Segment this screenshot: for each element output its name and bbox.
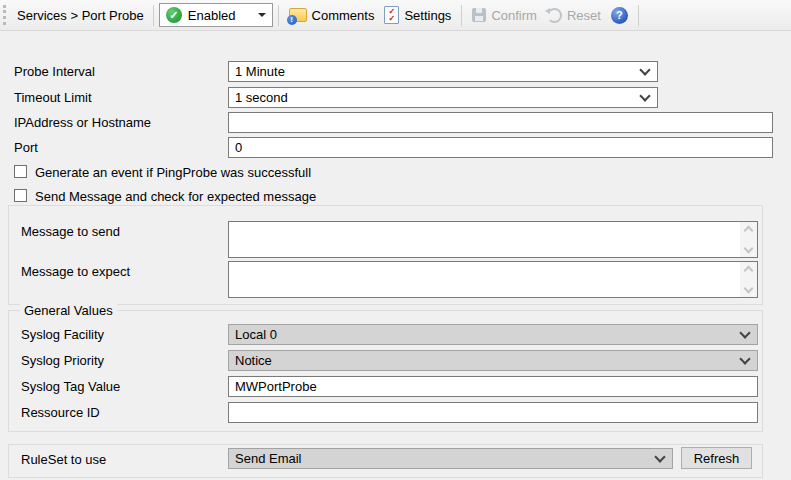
syslog-facility-label: Syslog Facility [21,327,104,342]
chevron-down-icon [639,90,650,101]
comments-button-label: Comments [312,8,375,23]
ruleset-value: Send Email [235,451,301,466]
general-values-title: General Values [20,303,117,318]
chevron-down-icon [739,327,750,338]
toolbar-separator [461,5,462,26]
confirm-button-label: Confirm [491,8,537,23]
chevron-down-icon [654,451,665,462]
toolbar-separator [278,5,279,26]
enabled-status-value: Enabled [188,8,236,23]
scroll-down-icon[interactable] [744,244,754,254]
message-to-expect-textarea[interactable] [228,261,758,298]
toolbar-grip[interactable] [3,5,9,25]
timeout-limit-dropdown[interactable]: 1 second [228,87,658,108]
message-to-send-textarea[interactable] [228,221,758,258]
settings-button-label: Settings [404,8,451,23]
save-icon [472,8,486,22]
chevron-down-icon [739,353,750,364]
toolbar-separator [638,5,639,26]
reset-button-label: Reset [567,8,601,23]
scroll-up-icon[interactable] [744,226,754,236]
breadcrumb: Services > Port Probe [17,8,144,23]
toolbar-separator [153,5,154,26]
syslog-tag-label: Syslog Tag Value [21,379,120,394]
comments-icon: ! [289,8,307,22]
timeout-limit-value: 1 second [235,90,288,105]
port-label: Port [14,140,38,155]
probe-interval-dropdown[interactable]: 1 Minute [228,61,658,82]
help-button[interactable]: ? [606,3,633,28]
ip-hostname-input[interactable] [228,112,773,133]
ruleset-label: RuleSet to use [21,452,106,467]
message-to-send-label: Message to send [21,224,120,239]
port-input[interactable] [228,137,773,158]
ressource-id-input[interactable] [228,402,758,423]
chevron-down-icon [639,64,650,75]
check-icon: ✓ [389,15,396,22]
ruleset-dropdown[interactable]: Send Email [228,448,673,469]
confirm-button: Confirm [467,3,542,28]
toolbar: Services > Port Probe ✓ Enabled ! Commen… [0,0,791,31]
enabled-check-icon: ✓ [166,7,182,23]
ressource-id-label: Ressource ID [21,405,100,420]
timeout-limit-label: Timeout Limit [14,90,92,105]
refresh-button-label: Refresh [694,451,740,466]
enabled-status-dropdown[interactable]: ✓ Enabled [159,3,273,27]
syslog-priority-label: Syslog Priority [21,353,104,368]
comments-button[interactable]: ! Comments [284,3,380,28]
pingprobe-event-checkbox-label: Generate an event if PingProbe was succe… [35,165,311,180]
syslog-priority-dropdown[interactable]: Notice [228,350,758,371]
probe-interval-label: Probe Interval [14,64,95,79]
send-message-checkbox[interactable] [14,189,27,202]
settings-button[interactable]: ✓ ✓ Settings [379,3,456,28]
scroll-down-icon[interactable] [744,284,754,294]
info-bubble-icon: ! [287,15,297,25]
syslog-facility-value: Local 0 [235,327,277,342]
syslog-priority-value: Notice [235,353,272,368]
help-icon: ? [611,7,628,24]
reset-icon [547,8,562,23]
refresh-button[interactable]: Refresh [681,447,752,469]
vertical-scrollbar[interactable] [740,222,757,257]
send-message-checkbox-label: Send Message and check for expected mess… [35,189,316,204]
dropdown-arrow-icon [258,13,266,17]
message-to-expect-label: Message to expect [21,264,130,279]
settings-checklist-icon: ✓ ✓ [384,6,399,24]
ip-hostname-label: IPAddress or Hostname [14,115,151,130]
pingprobe-event-checkbox[interactable] [14,165,27,178]
scroll-up-icon[interactable] [744,266,754,276]
vertical-scrollbar[interactable] [740,262,757,297]
syslog-tag-input[interactable] [228,376,758,397]
reset-button: Reset [542,3,606,28]
syslog-facility-dropdown[interactable]: Local 0 [228,324,758,345]
probe-interval-value: 1 Minute [235,64,285,79]
